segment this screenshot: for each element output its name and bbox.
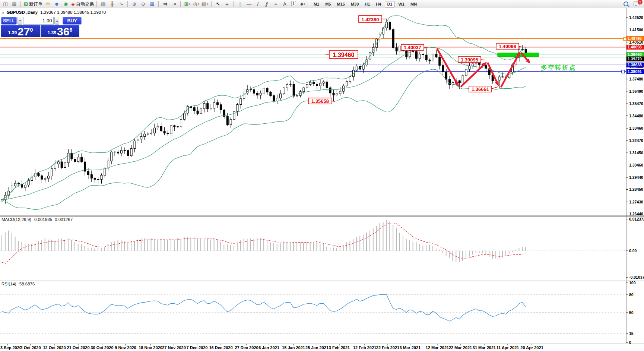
chart-title-bar: ▴ GBPUSD-,Daily 1.39367 1.39488 1.38845 …: [2, 10, 106, 15]
svg-text:1.29440: 1.29440: [629, 175, 643, 180]
timeframe-w1[interactable]: W1: [396, 1, 407, 7]
chart-annotations[interactable]: 1.423801.400371.394601.390951.400981.366…: [308, 16, 626, 104]
candlesticks: [1, 19, 527, 203]
zoom-in-icon[interactable]: ⊕: [130, 1, 139, 7]
svg-text:21 Oct 2020: 21 Oct 2020: [67, 345, 89, 350]
shapes-tool[interactable]: ◆▾: [298, 1, 307, 7]
buy-price-display[interactable]: 1.39 36 6: [41, 25, 79, 37]
svg-text:20 Apr 2021: 20 Apr 2021: [520, 345, 543, 350]
line-handle[interactable]: [624, 38, 626, 41]
pane-separators: [0, 8, 644, 344]
new-order-label: 新订单: [29, 2, 42, 6]
auto-trading-button[interactable]: ◈ 自动交易: [70, 1, 95, 7]
svg-text:1.32470: 1.32470: [629, 138, 643, 143]
cursor-tool[interactable]: ↖: [214, 1, 222, 7]
indicators-button[interactable]: ⊞▾: [183, 1, 191, 7]
new-order-button[interactable]: ⊞ 新订单: [23, 1, 43, 7]
svg-text:31 Mar 2021: 31 Mar 2021: [473, 345, 496, 350]
svg-text:1.40098: 1.40098: [628, 45, 642, 49]
symbol-title: GBPUSD-,Daily: [7, 10, 38, 15]
volume-increase-button[interactable]: ▴: [54, 17, 59, 25]
svg-text:22 Mar 2021: 22 Mar 2021: [449, 345, 472, 350]
periods-button[interactable]: ◷▾: [192, 1, 200, 7]
toolbar-divider: [127, 1, 128, 7]
svg-text:12 Feb 2021: 12 Feb 2021: [353, 345, 376, 350]
zoom-out-icon[interactable]: ⊖: [139, 1, 147, 7]
sell-price-display[interactable]: 1.39 27 0: [1, 25, 40, 37]
timeframe-m1[interactable]: M1: [311, 1, 321, 7]
svg-text:1.39270: 1.39270: [628, 57, 642, 61]
mailbox-icon[interactable]: ✉: [44, 1, 52, 7]
profile-icon[interactable]: ☻: [53, 1, 61, 7]
turning-point-annotation[interactable]: 多空转折点: [541, 63, 576, 72]
toolbar-divider: [309, 1, 310, 7]
svg-text:3 Mar 2021: 3 Mar 2021: [400, 345, 421, 350]
signal-icon[interactable]: ◉: [61, 1, 70, 7]
toolbar-divider: [211, 1, 212, 7]
rsi-pane: [0, 294, 626, 333]
tile-windows-icon[interactable]: ▦: [148, 1, 156, 7]
timeframe-d1[interactable]: D1: [385, 1, 394, 7]
notification-badge: 1: [638, 0, 643, 4]
fibonacci-tool[interactable]: ≡: [272, 1, 280, 7]
svg-text:12 Mar 2021: 12 Mar 2021: [426, 345, 449, 350]
svg-text:1.40037: 1.40037: [404, 45, 421, 50]
toolbar-divider: [158, 1, 159, 7]
text-tool[interactable]: A: [280, 1, 289, 7]
svg-text:11 Apr 2021: 11 Apr 2021: [497, 345, 519, 350]
timeframe-mn[interactable]: MN: [408, 1, 419, 7]
timeframe-m30[interactable]: M30: [349, 1, 361, 7]
timeframe-h1[interactable]: H1: [362, 1, 372, 7]
template-icon: ▧: [202, 1, 206, 6]
notifications-icon[interactable]: 1: [634, 1, 640, 6]
line-handle[interactable]: [622, 70, 625, 73]
timeframe-m15[interactable]: M15: [334, 1, 347, 7]
timeframe-h4[interactable]: H4: [374, 1, 383, 7]
vertical-line-tool[interactable]: |: [236, 1, 244, 7]
charts-icon[interactable]: ◫: [1, 1, 10, 7]
auto-trading-label: 自动交易: [76, 2, 94, 6]
svg-text:100: 100: [629, 281, 636, 285]
rsi-label: RSI(14) 58.6876: [1, 282, 35, 286]
text-label-tool[interactable]: T: [289, 1, 298, 7]
svg-text:3 Feb 2021: 3 Feb 2021: [329, 345, 350, 350]
svg-text:27 Nov 2020: 27 Nov 2020: [162, 345, 186, 350]
sell-button[interactable]: SELL: [1, 17, 17, 25]
line-chart-icon[interactable]: ∿: [117, 1, 126, 7]
chart-shift-button[interactable]: ⇥: [170, 1, 178, 7]
svg-text:80: 80: [629, 292, 634, 297]
svg-text:1.42520: 1.42520: [629, 15, 643, 20]
svg-text:1.38638: 1.38638: [628, 63, 642, 67]
candlestick-chart-icon[interactable]: ╫: [108, 1, 117, 7]
svg-text:25 Jan 2021: 25 Jan 2021: [305, 345, 329, 350]
market-watch-icon[interactable]: ▦: [10, 1, 19, 7]
search-icon[interactable]: [624, 1, 628, 6]
svg-text:6 Jan 2021: 6 Jan 2021: [258, 345, 279, 350]
equidistant-channel-tool[interactable]: ∥: [263, 1, 271, 7]
chart-shift-icon: ⇥: [172, 1, 176, 6]
toolbar-divider: [180, 1, 181, 7]
svg-text:1.33460: 1.33460: [629, 126, 643, 130]
svg-text:1.42380: 1.42380: [362, 17, 379, 22]
svg-text:0: 0: [629, 340, 631, 345]
volume-decrease-button[interactable]: ▾: [18, 17, 22, 25]
svg-text:22 Feb 2021: 22 Feb 2021: [376, 345, 399, 350]
timeframe-group: M1M5M15M30H1H4D1W1MN: [311, 1, 419, 7]
svg-text:0.012372: 0.012372: [629, 217, 644, 221]
templates-button[interactable]: ▧▾: [201, 1, 209, 7]
toolbar-divider: [20, 1, 21, 7]
trendline-tool[interactable]: /: [254, 1, 262, 7]
bar-chart-icon[interactable]: ▥: [99, 1, 108, 7]
timeframe-m5[interactable]: M5: [323, 1, 333, 7]
crosshair-tool[interactable]: +: [223, 1, 231, 7]
buy-button[interactable]: BUY: [63, 17, 82, 25]
autoscroll-button[interactable]: ⇉: [161, 1, 169, 7]
volume-input[interactable]: [23, 17, 54, 25]
horizontal-line-tool[interactable]: —: [245, 1, 253, 7]
svg-text:3 Sep 2020: 3 Sep 2020: [0, 345, 22, 350]
bollinger-bands: [2, 16, 526, 210]
one-click-trading-panel: SELL ▾ ▴ BUY 1.39 27 0 1.39 36 6: [1, 17, 82, 37]
chart-canvas[interactable]: 1.425201.415001.405101.385001.374801.364…: [0, 0, 644, 351]
svg-text:15 Jan 2021: 15 Jan 2021: [282, 345, 305, 350]
svg-text:15: 15: [629, 331, 634, 336]
